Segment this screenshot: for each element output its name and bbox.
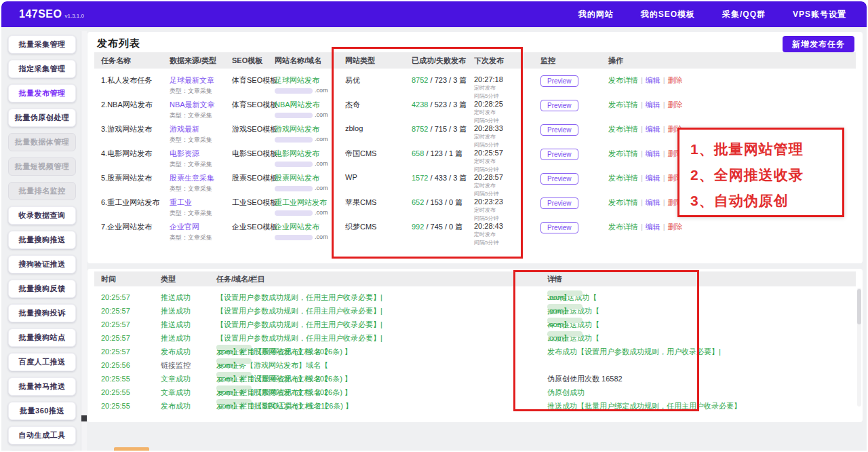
publish-detail-link[interactable]: 发布详情 [608, 125, 638, 133]
separator: | [641, 76, 643, 84]
site-link[interactable]: 游戏网站发布 [275, 125, 319, 133]
log-scrollbar-thumb[interactable] [857, 289, 861, 324]
sidebar-item-sogou-site[interactable]: 批量搜狗站点 [8, 328, 76, 347]
cms-type: 易优 [345, 75, 412, 86]
log-text-post: .com】栏目【SEO工具 (文档: 2126条) 】 [216, 399, 353, 413]
sidebar-item-label: 收录数据查询 [19, 210, 66, 221]
log-text-post: .com】栏目【股票资讯 (文档: 2026条) 】 [216, 372, 352, 385]
sidebar-item-batch-publish[interactable]: 批量发布管理 [8, 84, 76, 102]
source-link[interactable]: 电影资源 [170, 149, 199, 157]
edit-link[interactable]: 编辑 [646, 198, 660, 206]
annotation-line-1: 1、批量网站管理 [690, 136, 842, 162]
edit-link[interactable]: 编辑 [646, 100, 660, 109]
nav-my-website[interactable]: 我的网站 [578, 9, 614, 20]
delete-link[interactable]: 删除 [668, 76, 683, 84]
col-task-name: 任务名称 [101, 52, 172, 69]
source-link[interactable]: 足球最新文章 [170, 76, 214, 84]
preview-button[interactable]: Preview [540, 222, 578, 233]
sidebar-item-shenma-push[interactable]: 批量神马推送 [8, 377, 76, 396]
cms-type: 织梦CMS [345, 222, 412, 232]
sidebar-item-assigned-collect[interactable]: 指定采集管理 [8, 60, 76, 78]
delete-link[interactable]: 删除 [668, 100, 683, 109]
sidebar-item-short-video[interactable]: 批量短视频管理 [8, 157, 76, 176]
sidebar-item-sogou-verify[interactable]: 搜狗验证推送 [8, 255, 76, 274]
success-count: 8752 [412, 125, 428, 133]
publish-detail-link[interactable]: 发布详情 [608, 174, 638, 182]
publish-detail-link[interactable]: 发布详情 [608, 198, 638, 206]
sidebar-item-sogou-feedback[interactable]: 批量搜狗反馈 [8, 280, 76, 298]
sidebar-item-index-query[interactable]: 收录数据查询 [8, 206, 76, 225]
preview-button[interactable]: Preview [540, 197, 578, 209]
sidebar-item-label: 批量360推送 [20, 406, 64, 416]
source-link[interactable]: NBA最新文章 [170, 100, 215, 109]
nav-my-seo-template[interactable]: 我的SEO模板 [641, 9, 695, 20]
site-link[interactable]: 足球网站发布 [275, 76, 319, 84]
separator: | [663, 198, 665, 206]
sidebar-item-batch-collect[interactable]: 批量采集管理 [8, 35, 76, 54]
seo-template-link[interactable]: 电影SEO模板 [232, 149, 277, 159]
log-detail: 推送成功【批量用户绑定成功规则，任用主用户收录必要】 [535, 399, 771, 413]
site-link[interactable]: 重工业网站发布 [275, 198, 327, 206]
delete-link[interactable]: 删除 [668, 223, 683, 231]
preview-button[interactable]: Preview [540, 173, 578, 185]
site-link[interactable]: 企业网站发布 [275, 223, 319, 231]
log-type: 文章成功 [161, 372, 215, 385]
preview-button[interactable]: Preview [540, 124, 578, 136]
edit-link[interactable]: 编辑 [646, 223, 660, 231]
nav-collect-qq-group[interactable]: 采集/QQ群 [722, 9, 766, 20]
publish-detail-link[interactable]: 发布详情 [608, 76, 638, 84]
source-link[interactable]: 游戏最新 [170, 125, 199, 133]
new-publish-task-button[interactable]: 新增发布任务 [783, 36, 854, 52]
app-logo: 147SEO v1.3.1.0 [19, 8, 84, 20]
page-title: 发布列表 [97, 37, 140, 50]
edit-link[interactable]: 编辑 [646, 125, 660, 133]
seo-template-link[interactable]: 工业SEO模板 [232, 197, 277, 208]
log-time: 20:25:56 [101, 358, 155, 372]
log-scrollbar[interactable] [857, 288, 861, 407]
sidebar-item-360-push[interactable]: 批量360推送 [8, 402, 76, 420]
source-link[interactable]: 股票生意采集 [170, 174, 214, 182]
site-link[interactable]: 股票网站发布 [275, 174, 319, 182]
log-type: 文章成功 [161, 385, 215, 399]
separator: | [663, 76, 665, 84]
site-link[interactable]: NBA网站发布 [275, 100, 320, 109]
seo-template-link[interactable]: 体育SEO模板 [232, 100, 277, 110]
sidebar-item-label: 百度人工推送 [19, 357, 66, 367]
sidebar-item-data-manage[interactable]: 批量数据体管理 [8, 133, 76, 151]
log-type: 推送成功 [161, 304, 215, 318]
separator: | [641, 174, 643, 182]
seo-template-link[interactable]: 企业SEO模板 [232, 222, 277, 232]
seo-template-link[interactable]: 游戏SEO模板 [232, 124, 277, 134]
seo-template-link[interactable]: 股票SEO模板 [232, 173, 277, 183]
publish-detail-link[interactable]: 发布详情 [608, 149, 638, 157]
col-monitor: 监控 [540, 52, 603, 69]
preview-button[interactable]: Preview [540, 75, 578, 87]
site-link[interactable]: 电影网站发布 [275, 149, 319, 157]
publish-detail-link[interactable]: 发布详情 [608, 100, 638, 109]
nav-vps-account-settings[interactable]: VPS账号设置 [793, 9, 846, 20]
log-row: 20:25:55 文章成功 发布任务【股票网站发布】域名【.com】栏目【股票资… [94, 385, 856, 399]
separator: | [663, 100, 665, 109]
edit-link[interactable]: 编辑 [646, 149, 660, 157]
next-publish-time: 20:28:33 [474, 124, 503, 132]
source-link[interactable]: 重工业 [170, 198, 192, 206]
sidebar-item-baidu-push[interactable]: 百度人工推送 [8, 353, 76, 371]
task-name: 2.NBA网站发布 [101, 100, 172, 110]
sidebar-item-auto-generate-tool[interactable]: 自动生成工具 [8, 426, 76, 445]
edit-link[interactable]: 编辑 [646, 174, 660, 182]
sidebar-item-sogou-push[interactable]: 批量搜狗推送 [8, 231, 76, 249]
sidebar-item-pseudo-original[interactable]: 批量伪原创处理 [8, 109, 76, 127]
publish-detail-link[interactable]: 发布详情 [608, 223, 638, 231]
sidebar-scrollbar[interactable] [81, 31, 87, 451]
edit-link[interactable]: 编辑 [646, 76, 660, 84]
sidebar-scrollbar-thumb[interactable] [81, 415, 87, 421]
preview-button[interactable]: Preview [540, 149, 578, 160]
seo-template-link[interactable]: 体育SEO模板 [232, 75, 277, 86]
source-link[interactable]: 企业官网 [170, 223, 199, 231]
sidebar-item-sogou-complaint[interactable]: 批量搜狗投诉 [8, 304, 76, 322]
source-type: 类型：文章采集 [170, 136, 232, 145]
preview-button[interactable]: Preview [540, 100, 578, 111]
sidebar-item-rank-monitor[interactable]: 批量排名监控 [8, 182, 76, 200]
source-type: 类型：文章采集 [170, 87, 232, 96]
detail-text: .com】 [547, 290, 571, 304]
